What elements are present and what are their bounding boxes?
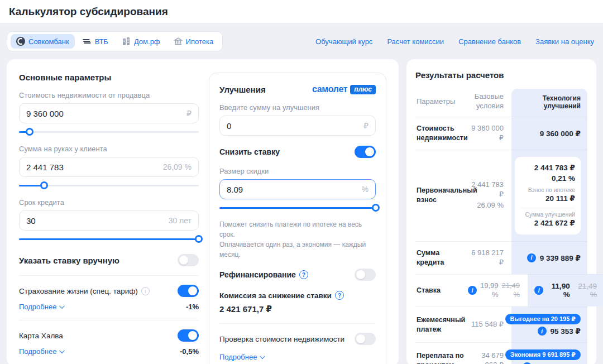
input-value: 0: [227, 121, 231, 131]
more-label: Подробнее: [19, 303, 56, 311]
loan-term-input[interactable]: 30 30 лет: [19, 210, 199, 231]
dp-improvements-value: 2 421 672 ₽: [520, 218, 575, 229]
commission-label-wrap: Комиссия за снижение ставки ?: [219, 291, 376, 300]
row-label: Ставка: [415, 274, 468, 307]
row-property-price: Стоимость недвижимости 9 360 000 ₽ 9 360…: [415, 117, 587, 150]
bank-tab-sovcombank[interactable]: Совкомбанк: [11, 34, 75, 49]
refinancing-toggle[interactable]: [355, 269, 376, 281]
row-label: Первоначальный взнос: [415, 150, 468, 241]
row-down-payment: Первоначальный взнос 2 441 783 ₽ 26,09 %…: [415, 150, 587, 241]
row-monthly-payment: Ежемесячный платеж 115 548 ₽ Выгоднее на…: [415, 306, 587, 342]
question-icon[interactable]: ?: [299, 270, 308, 279]
option-label-wrap: Страхование жизни (спец. тариф) i: [19, 287, 150, 295]
slider-knob[interactable]: [372, 204, 380, 212]
discount-size-slider[interactable]: [219, 204, 376, 212]
benefit-badge: Выгоднее на 20 195 ₽: [505, 314, 581, 324]
valuation-row: Проверка стоимости недвижимости: [219, 333, 376, 345]
years-suffix: 30 лет: [169, 216, 192, 225]
percent-suffix: 26,09 %: [163, 162, 192, 171]
slider-knob[interactable]: [195, 235, 203, 243]
manual-rate-label: Указать ставку вручную: [19, 256, 119, 265]
row-label: Стоимость недвижимости: [415, 117, 468, 150]
base-rate: 19,99 %: [480, 281, 499, 300]
discount-size-input[interactable]: 8.09 %: [219, 179, 376, 199]
refinancing-row: Рефинансирование ?: [219, 269, 376, 281]
client-cash-slider[interactable]: [19, 181, 199, 189]
more-link[interactable]: Подробнее: [19, 303, 63, 311]
info-icon[interactable]: i: [468, 286, 477, 295]
row-label: Сумма кредита: [415, 241, 468, 274]
results-table: Параметры Базовые условия Технология улу…: [415, 89, 587, 364]
property-price-slider[interactable]: [19, 128, 199, 136]
nav-link-commission[interactable]: Расчет комиссии: [387, 37, 444, 46]
slider-knob[interactable]: [26, 128, 34, 136]
more-label: Подробнее: [219, 353, 257, 361]
dp-percent: 0,21 %: [520, 173, 575, 184]
commission-block: Комиссия за снижение ставки ? 2 421 671,…: [219, 291, 376, 314]
more-link[interactable]: Подробнее: [219, 353, 264, 361]
main-params-panel: Основные параметры Стоимость недвижимост…: [19, 73, 199, 353]
calculator-card: Основные параметры Стоимость недвижимост…: [7, 59, 399, 364]
lower-rate-row: Снизить ставку: [219, 146, 376, 158]
info-icon[interactable]: i: [538, 327, 547, 336]
base-value: 34 679 063 ₽: [468, 351, 504, 364]
valuation-toggle[interactable]: [355, 333, 376, 345]
bank-tab-vtb[interactable]: ВТБ: [77, 34, 114, 49]
slider-knob[interactable]: [40, 181, 48, 189]
input-value: 2 441 783: [26, 162, 64, 172]
row-overpayment: Переплата по процентам 34 679 063 ₽ Экон…: [415, 342, 587, 364]
improvement-amount-input[interactable]: 0 ₽: [219, 116, 376, 136]
results-header-row: Параметры Базовые условия Технология улу…: [415, 89, 587, 117]
bank-tab-label: Ипотека: [186, 37, 214, 46]
tech-value: 9 339 889 ₽: [540, 253, 581, 262]
info-icon[interactable]: i: [534, 286, 543, 295]
bank-tab-domrf[interactable]: Дом.рф: [116, 34, 166, 49]
down-payment-detail-card: 2 441 783 ₽ 0,21 % Взнос по ипотеке 20 1…: [515, 157, 581, 234]
col-header-params: Параметры: [415, 89, 468, 117]
rate-effect: -1%: [186, 303, 199, 311]
row-loan-amount: Сумма кредита 6 918 217 ₽ i9 339 889 ₽: [415, 241, 587, 274]
discount-help-text: Поможет снизить платежи по ипотеке на ве…: [219, 219, 376, 260]
base-value: 9 360 000 ₽: [468, 124, 504, 143]
tech-rate-strikethrough: 21,49 %: [574, 282, 597, 299]
help-line: Оплачивается один раз, а экономия — кажд…: [219, 240, 376, 260]
halva-card-toggle[interactable]: [178, 329, 199, 342]
life-insurance-toggle[interactable]: [178, 285, 199, 297]
main-params-heading: Основные параметры: [19, 73, 199, 82]
bank-tab-ipoteka[interactable]: Ипотека: [168, 34, 219, 49]
info-icon[interactable]: i: [527, 253, 536, 262]
property-price-input[interactable]: 9 360 000 ₽: [19, 103, 199, 123]
improvements-panel: Улучшения самолет плюс Введите сумму на …: [209, 73, 386, 364]
results-heading: Результаты расчетов: [415, 70, 587, 80]
slider-track: [19, 131, 199, 133]
chevron-down-icon: [59, 303, 65, 309]
more-link[interactable]: Подробнее: [19, 347, 63, 356]
client-cash-input[interactable]: 2 441 783 26,09 %: [19, 157, 199, 177]
question-icon[interactable]: ?: [335, 291, 344, 300]
loan-term-slider[interactable]: [19, 235, 199, 243]
info-icon[interactable]: i: [141, 287, 150, 295]
page-title: Калькулятор субсидирования: [9, 6, 168, 18]
lower-rate-toggle[interactable]: [355, 146, 376, 158]
tech-value: 95 353 ₽: [551, 327, 581, 336]
manual-rate-toggle[interactable]: [178, 254, 199, 266]
percent-suffix: %: [362, 185, 368, 194]
row-rate: Ставка i 19,99 % 21,49 % i 11,90 % 21,49…: [415, 274, 587, 307]
col-header-tech: Технология улучшений: [511, 89, 587, 117]
brand-name: самолет: [312, 84, 347, 94]
improvement-amount-field: Введите сумму на улучшения 0 ₽: [219, 103, 376, 136]
valuation-label: Проверка стоимости недвижимости: [219, 335, 344, 343]
bank-tab-label: Совкомбанк: [28, 37, 69, 46]
bank-tabs: Совкомбанк ВТБ Дом.рф Ипотека: [7, 31, 223, 51]
base-rate-strikethrough: 21,49 %: [502, 281, 520, 300]
field-label: Сумма на руках у клиента: [19, 145, 199, 153]
field-label: Размер скидки: [219, 167, 376, 175]
nav-link-training[interactable]: Обучающий курс: [315, 37, 372, 46]
field-label: Введите сумму на улучшения: [219, 103, 376, 112]
ruble-suffix: ₽: [363, 121, 368, 130]
life-insurance-option: Страхование жизни (спец. тариф) i Подроб…: [19, 285, 199, 311]
nav-link-compare-banks[interactable]: Сравнение банков: [458, 37, 521, 46]
nav-link-valuation-requests[interactable]: Заявки на оценку: [535, 37, 594, 46]
divider: [19, 275, 199, 276]
domrf-logo-icon: [122, 37, 131, 46]
